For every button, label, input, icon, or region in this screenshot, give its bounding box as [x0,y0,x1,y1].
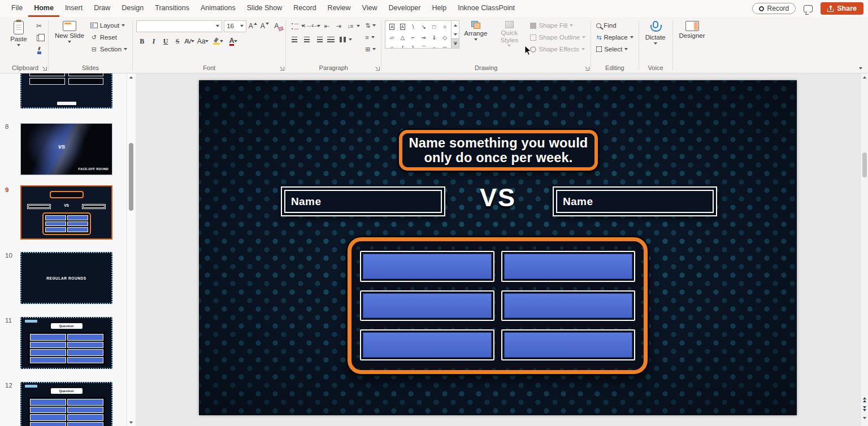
paragraph-dialog-launcher-icon[interactable] [376,67,380,71]
answer-box-3[interactable] [360,290,494,321]
gallery-more-button[interactable] [452,38,459,48]
character-spacing-button[interactable]: AV [184,36,195,47]
drawing-dialog-launcher-icon[interactable] [585,67,589,71]
section-button[interactable]: Section [89,44,129,54]
arrow-shape-icon[interactable] [418,21,429,32]
star-shape-icon[interactable] [387,43,397,49]
layout-button[interactable]: Layout [89,20,129,31]
font-name-combobox[interactable] [136,20,222,32]
shape-fill-button[interactable]: Shape Fill [528,20,587,31]
previous-slide-button[interactable] [861,396,868,403]
reset-button[interactable]: Reset [89,32,129,42]
text-direction-button[interactable] [363,20,377,31]
shape-effects-button[interactable]: Shape Effects [528,44,587,54]
slide-thumbnail-10[interactable]: REGULAR ROUNDS [20,252,112,304]
answer-box-1[interactable] [360,251,494,282]
record-button[interactable]: Record [752,3,796,14]
parallelogram-shape-icon[interactable] [387,32,397,43]
slide-canvas[interactable]: Name something you would only do once pe… [199,80,797,415]
menu-tab-draw[interactable]: Draw [88,0,116,17]
collapse-ribbon-button[interactable] [859,67,862,69]
canvas-scroll-up-button[interactable] [861,73,868,81]
triangle-shape-icon[interactable] [397,32,408,43]
circle-shape-icon[interactable] [429,43,440,49]
convert-to-smartart-button[interactable] [363,44,377,54]
slide-thumbnail-8[interactable]: VS FACE-OFF ROUND [20,123,112,175]
strikethrough-button[interactable]: S [172,36,183,47]
find-button[interactable]: Find [594,20,635,31]
thumbnail-scrollbar-thumb[interactable] [129,143,133,211]
decrease-font-size-button[interactable]: A [259,21,270,32]
arrange-button[interactable]: Arrange [461,19,490,42]
numbering-button[interactable] [305,21,316,32]
cut-button[interactable] [33,20,45,31]
increase-font-size-button[interactable]: A [247,21,258,32]
clipboard-dialog-launcher-icon[interactable] [43,67,47,71]
underline-button[interactable]: U [160,36,171,47]
rectangle-shape-icon[interactable] [429,21,440,32]
square-shape-icon[interactable] [440,43,450,49]
align-center-button[interactable] [301,34,313,45]
slide-editing-area[interactable]: Name something you would only do once pe… [136,73,868,426]
menu-tab-classpoint[interactable]: Inknoe ClassPoint [452,0,520,17]
clear-formatting-button[interactable]: A [271,21,282,32]
menu-tab-file[interactable]: File [6,0,28,17]
select-button[interactable]: Select [594,44,635,54]
bullets-button[interactable] [289,21,301,32]
answer-box-2[interactable] [501,251,636,282]
slide-thumbnail-12[interactable]: Question [20,382,112,426]
elbow-connector-icon[interactable] [408,32,419,43]
right-brace-shape-icon[interactable] [408,43,419,49]
arc-shape-icon[interactable] [418,43,429,49]
columns-button[interactable] [337,34,348,45]
menu-tab-developer[interactable]: Developer [383,0,426,17]
answer-box-6[interactable] [501,329,636,360]
copy-button[interactable] [33,33,45,44]
menu-tab-animations[interactable]: Animations [195,0,241,17]
menu-tab-view[interactable]: View [357,0,383,17]
menu-tab-review[interactable]: Review [322,0,357,17]
menu-tab-insert[interactable]: Insert [59,0,88,17]
replace-button[interactable]: Replace [594,32,635,42]
new-slide-button[interactable]: New Slide [52,19,87,45]
comments-icon[interactable] [804,5,813,12]
question-text-box[interactable]: Name something you would only do once pe… [399,130,598,171]
vertical-text-box-icon[interactable]: A [397,21,408,32]
oval-shape-icon[interactable] [440,21,450,32]
text-box-icon[interactable]: A [387,21,397,32]
slide-thumbnail-9-selected[interactable]: VS [20,185,112,240]
paste-button[interactable]: Paste [6,19,32,48]
font-size-combobox[interactable]: 16 [224,20,246,32]
format-painter-button[interactable] [33,45,45,56]
italic-button[interactable]: I [148,36,159,47]
align-text-button[interactable] [363,32,377,42]
text-highlight-button[interactable] [211,36,225,47]
align-left-button[interactable] [289,34,301,45]
name-box-right[interactable]: Name [553,186,717,216]
gallery-scroll-down-button[interactable] [452,30,459,39]
bold-button[interactable]: B [136,36,147,47]
font-color-button[interactable]: A [226,36,241,47]
menu-tab-home[interactable]: Home [28,0,59,17]
gallery-scroll-up-button[interactable] [452,21,459,30]
canvas-scroll-down-button[interactable] [861,414,868,421]
canvas-scrollbar[interactable] [860,73,868,426]
menu-tab-slide-show[interactable]: Slide Show [241,0,288,17]
down-arrow-shape-icon[interactable] [429,32,440,43]
slide-thumbnail-7[interactable] [20,73,112,108]
menu-tab-help[interactable]: Help [426,0,452,17]
dictate-button[interactable]: Dictate [643,19,669,46]
answer-box-4[interactable] [501,290,636,321]
quick-styles-button[interactable]: Quick Styles [492,19,527,49]
thumbnail-scroll-down-button[interactable] [127,419,135,426]
decrease-indent-button[interactable] [321,21,332,32]
left-brace-shape-icon[interactable] [397,43,408,49]
answer-board[interactable] [348,237,648,374]
line-spacing-button[interactable] [345,21,356,32]
justify-button[interactable] [325,34,336,45]
line-shape-icon[interactable] [408,21,419,32]
canvas-scrollbar-thumb[interactable] [862,153,867,177]
shape-gallery[interactable]: A A [385,20,452,49]
thumbnail-scroll-up-button[interactable] [127,73,135,81]
diamond-shape-icon[interactable] [440,32,450,43]
